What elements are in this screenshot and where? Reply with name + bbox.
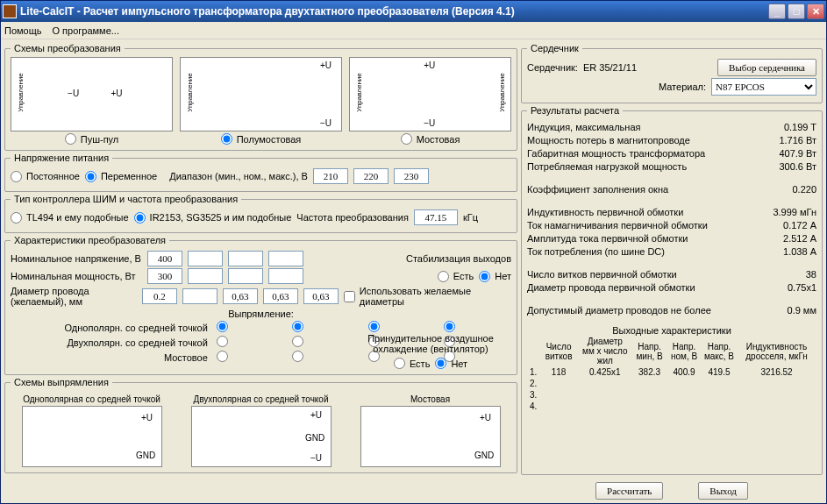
controller-legend: Тип контроллера ШИМ и частота преобразов… [11, 194, 241, 204]
stab-yes-radio[interactable]: Есть [438, 271, 474, 282]
schemes-group: Схемы преобразования Управление −U +U Пу… [4, 43, 517, 151]
rect-scheme-3-diagram: +U GND [360, 406, 501, 467]
wire-dia-input-2[interactable] [223, 288, 258, 304]
out-header: Индуктивность дросселя, мкГн [737, 336, 816, 366]
window-title: Lite-CalcIT - Расчет импульсного трансфо… [20, 5, 768, 18]
rect-3-col2[interactable] [292, 351, 360, 364]
stabilization-label: Стабилизация выходов [406, 253, 511, 264]
rect-scheme-2: Двухполярная со средней точкой +U GND −U [191, 394, 332, 467]
results-legend: Результаты расчета [527, 105, 623, 116]
nom-power-label: Номинальная мощность, Вт [11, 271, 142, 281]
stab-no-radio[interactable]: Нет [479, 271, 511, 282]
supply-max-input[interactable] [394, 168, 429, 184]
calculate-button[interactable]: Рассчитать [595, 482, 663, 500]
results-group: Результаты расчета Индукция, максимальна… [521, 105, 823, 475]
table-row: 4. [527, 401, 816, 412]
res-fill-val: 0.220 [792, 184, 816, 195]
rect-2-col1[interactable] [217, 336, 284, 349]
minimize-button[interactable]: _ [768, 4, 786, 19]
result-row: Мощность потерь в магнитопроводе1.716 Вт [527, 135, 816, 146]
rect-1-col3[interactable] [368, 321, 436, 334]
supply-ac-radio[interactable]: Переменное [85, 171, 157, 182]
supply-legend: Напряжение питания [11, 153, 112, 163]
rect-2-label: Двухполярн. со средней точкой [11, 337, 208, 348]
controller-freq-unit: кГц [463, 212, 478, 223]
out-header: Напр. мин, В [632, 336, 667, 366]
rect-1-col4[interactable] [444, 321, 511, 334]
supply-dc-radio[interactable]: Постоянное [11, 171, 80, 182]
nom-power-input-3[interactable] [228, 268, 263, 284]
menu-about[interactable]: О программе... [53, 25, 119, 36]
result-value: 1.716 Вт [779, 135, 816, 146]
supply-min-input[interactable] [313, 168, 348, 184]
wire-dia-input-0[interactable] [142, 288, 177, 304]
scheme-pushpull: Управление −U +U Пуш-пул [11, 57, 173, 145]
core-value: ER 35/21/11 [583, 62, 637, 73]
scheme-pushpull-radio[interactable]: Пуш-пул [65, 133, 119, 145]
controller-group: Тип контроллера ШИМ и частота преобразов… [4, 194, 517, 233]
material-select[interactable]: N87 EPCOS [711, 78, 816, 96]
wire-dia-input-4[interactable] [303, 288, 339, 304]
nom-voltage-input-1[interactable] [147, 251, 182, 266]
result-value: 2.512 А [783, 233, 816, 244]
nom-power-input-1[interactable] [147, 268, 182, 284]
table-row: 2. [527, 378, 816, 389]
scheme-halfbridge-radio[interactable]: Полумостовая [221, 133, 302, 145]
res-maxd-val: 0.9 мм [788, 305, 816, 316]
res-maxd-label: Допустимый диаметр проводов не более [527, 305, 711, 316]
nom-power-input-2[interactable] [188, 268, 223, 284]
menu-help[interactable]: Помощь [4, 25, 42, 36]
characteristics-group: Характеристики преобразователя Номинальн… [4, 235, 517, 375]
rect-scheme-3: Мостовая +U GND [360, 394, 501, 467]
result-value: 0.199 T [784, 122, 816, 132]
supply-group: Напряжение питания Постоянное Переменное… [4, 153, 517, 192]
table-row: 3. [527, 389, 816, 401]
controller-ir2153-radio[interactable]: IR2153, SG3525 и им подобные [134, 212, 292, 224]
rect-1-col2[interactable] [292, 321, 360, 334]
out-header: Напр. ном, В [667, 336, 701, 366]
rect-3-label: Мостовое [11, 352, 208, 363]
nom-power-input-4[interactable] [268, 268, 303, 284]
menubar: Помощь О программе... [1, 22, 826, 39]
result-row: Габаритная мощность трансформатора407.9 … [527, 148, 816, 159]
cool-yes-radio[interactable]: Есть [394, 358, 430, 369]
main-window: Lite-CalcIT - Расчет импульсного трансфо… [0, 0, 827, 504]
wire-dia-input-3[interactable] [263, 288, 298, 304]
nom-voltage-input-4[interactable] [268, 251, 303, 266]
choose-core-button[interactable]: Выбор сердечника [717, 59, 816, 76]
result-label: Потребляемая нагрузкой мощность [527, 161, 687, 172]
close-button[interactable]: ✕ [807, 4, 824, 19]
result-row: Амплитуда тока первичной обмотки2.512 А [527, 233, 816, 244]
wire-dia-input-1[interactable] [182, 288, 217, 304]
maximize-button[interactable]: □ [788, 4, 805, 19]
content: Схемы преобразования Управление −U +U Пу… [1, 39, 826, 503]
scheme-bridge-radio[interactable]: Мостовая [401, 133, 460, 145]
nom-voltage-input-3[interactable] [228, 251, 263, 266]
core-group: Сердечник Сердечник: ER 35/21/11 Выбор с… [521, 43, 823, 103]
result-row: Индукция, максимальная0.199 T [527, 122, 816, 132]
cool-no-radio[interactable]: Нет [435, 358, 467, 369]
controller-freq-input[interactable] [414, 209, 458, 225]
nom-voltage-label: Номинальное напряжение, В [11, 253, 142, 264]
wire-dia-label: Диаметр провода (желаемый), мм [11, 286, 137, 307]
result-value: 0.75x1 [788, 282, 816, 293]
rect-scheme-1-diagram: +U GND [22, 406, 162, 467]
use-desired-checkbox[interactable]: Использовать желаемые диаметры [344, 286, 511, 307]
controller-tl494-radio[interactable]: TL494 и ему подобные [11, 212, 129, 224]
result-row: Индуктивность первичной обмотки3.999 мГн [527, 207, 816, 217]
scheme-pushpull-diagram: Управление −U +U [11, 57, 173, 131]
controller-freq-label: Частота преобразования [296, 212, 409, 223]
out-header [527, 336, 539, 366]
rect-2-col2[interactable] [292, 336, 360, 349]
result-value: 300.6 Вт [779, 161, 816, 172]
result-label: Диаметр провода первичной обмотки [527, 282, 695, 293]
result-row: Ток намагничивания первичной обмотки0.17… [527, 220, 816, 231]
rect-3-col1[interactable] [217, 351, 284, 364]
table-row: 1.1180.425x1382.3400.9419.53216.52 [527, 366, 816, 378]
supply-nom-input[interactable] [353, 168, 389, 184]
rect-1-col1[interactable] [217, 321, 284, 334]
nom-voltage-input-2[interactable] [188, 251, 223, 266]
scheme-halfbridge-diagram: Управление +U −U [180, 57, 342, 131]
result-label: Индукция, максимальная [527, 122, 640, 132]
exit-button[interactable]: Выход [698, 482, 748, 500]
